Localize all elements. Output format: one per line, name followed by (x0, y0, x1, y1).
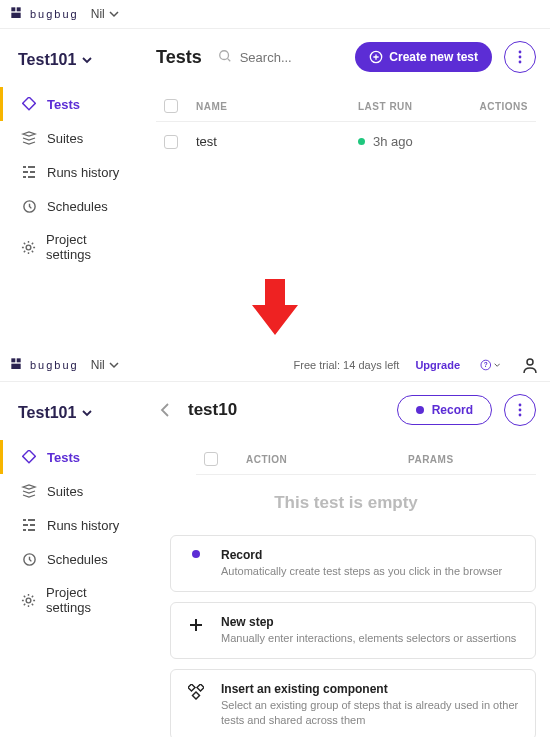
svg-rect-3 (23, 97, 36, 110)
more-button[interactable] (504, 41, 536, 73)
svg-point-19 (26, 598, 31, 603)
svg-rect-25 (192, 692, 199, 699)
clock-icon (21, 551, 37, 567)
chevron-down-icon (109, 360, 119, 370)
card-title: Insert an existing component (221, 682, 521, 696)
stack-icon (21, 483, 37, 499)
gear-icon (21, 592, 36, 608)
svg-rect-1 (17, 7, 21, 11)
svg-point-22 (519, 414, 522, 417)
diamond-icon (21, 449, 37, 465)
option-insert-component[interactable]: Insert an existing component Select an e… (170, 669, 536, 737)
brand-text: bugbug (30, 8, 79, 20)
stack-icon (21, 130, 37, 146)
record-dot-icon (185, 548, 207, 579)
diamond-icon (21, 96, 37, 112)
col-action: ACTION (236, 454, 408, 465)
user-menu[interactable]: Nil (91, 358, 119, 372)
chevron-down-icon (82, 55, 92, 65)
search-icon (218, 49, 232, 67)
status-dot-icon (358, 138, 365, 145)
sidebar-item-runs[interactable]: Runs history (0, 508, 148, 542)
col-name: NAME (196, 101, 358, 112)
row-name: test (196, 134, 358, 149)
select-all-checkbox[interactable] (164, 99, 178, 113)
list-icon (21, 517, 37, 533)
svg-rect-2 (11, 13, 20, 18)
card-desc: Select an existing group of steps that i… (221, 698, 521, 728)
chevron-down-icon (109, 9, 119, 19)
sidebar-item-schedules[interactable]: Schedules (0, 542, 148, 576)
plus-icon (185, 615, 207, 646)
sidebar-item-settings[interactable]: Project settings (0, 223, 148, 271)
dots-vertical-icon (518, 50, 522, 64)
record-button[interactable]: Record (397, 395, 492, 425)
project-switcher[interactable]: Test101 (0, 45, 148, 87)
gear-icon (21, 239, 36, 255)
more-button[interactable] (504, 394, 536, 426)
table-header: NAME LAST RUN ACTIONS (156, 91, 536, 122)
dots-vertical-icon (518, 403, 522, 417)
svg-rect-23 (188, 684, 195, 691)
chevron-down-icon (82, 408, 92, 418)
table-row[interactable]: test 3h ago (156, 122, 536, 161)
empty-text: This test is empty (156, 493, 536, 513)
sidebar-item-settings[interactable]: Project settings (0, 576, 148, 624)
row-checkbox[interactable] (164, 135, 178, 149)
chevron-down-icon (494, 360, 500, 370)
option-record[interactable]: Record Automatically create test steps a… (170, 535, 536, 592)
sidebar-item-tests[interactable]: Tests (0, 440, 148, 474)
red-arrow-icon (0, 271, 550, 349)
plus-circle-icon (369, 50, 383, 64)
card-title: New step (221, 615, 521, 629)
card-desc: Manually enter interactions, elements se… (221, 631, 521, 646)
option-new-step[interactable]: New step Manually enter interactions, el… (170, 602, 536, 659)
create-test-button[interactable]: Create new test (355, 42, 492, 72)
search-wrapper (214, 44, 344, 71)
trial-text: Free trial: 14 days left (294, 359, 400, 371)
logo: bugbug (10, 357, 79, 373)
back-button[interactable] (156, 402, 176, 418)
svg-point-6 (219, 50, 228, 59)
list-icon (21, 164, 37, 180)
sidebar-item-runs[interactable]: Runs history (0, 155, 148, 189)
svg-rect-13 (11, 364, 20, 369)
col-actions: ACTIONS (468, 101, 528, 112)
col-last: LAST RUN (358, 101, 468, 112)
svg-point-20 (519, 404, 522, 407)
steps-header: ACTION PARAMS (196, 444, 536, 475)
page-title: Tests (156, 47, 202, 68)
avatar-icon[interactable] (520, 355, 540, 375)
project-switcher[interactable]: Test101 (0, 398, 148, 440)
svg-point-5 (26, 245, 31, 250)
card-title: Record (221, 548, 521, 562)
user-menu[interactable]: Nil (91, 7, 119, 21)
sidebar-item-tests[interactable]: Tests (0, 87, 148, 121)
svg-rect-17 (23, 450, 36, 463)
brand-text: bugbug (30, 359, 79, 371)
clock-icon (21, 198, 37, 214)
svg-point-21 (519, 409, 522, 412)
svg-point-8 (519, 51, 522, 54)
help-icon[interactable]: ? (480, 355, 500, 375)
svg-point-10 (519, 61, 522, 64)
sidebar-item-suites[interactable]: Suites (0, 121, 148, 155)
component-icon (185, 682, 207, 728)
svg-point-16 (527, 359, 533, 365)
svg-text:?: ? (484, 361, 488, 368)
search-input[interactable] (214, 44, 344, 71)
svg-rect-0 (11, 7, 15, 11)
svg-rect-12 (17, 358, 21, 362)
card-desc: Automatically create test steps as you c… (221, 564, 521, 579)
sidebar-item-schedules[interactable]: Schedules (0, 189, 148, 223)
record-dot-icon (416, 406, 424, 414)
svg-rect-24 (197, 684, 204, 691)
test-title: test10 (188, 400, 237, 420)
row-last-run: 3h ago (358, 134, 468, 149)
svg-point-9 (519, 56, 522, 59)
select-all-checkbox[interactable] (204, 452, 218, 466)
col-params: PARAMS (408, 454, 528, 465)
upgrade-link[interactable]: Upgrade (415, 359, 460, 371)
logo: bugbug (10, 6, 79, 22)
sidebar-item-suites[interactable]: Suites (0, 474, 148, 508)
